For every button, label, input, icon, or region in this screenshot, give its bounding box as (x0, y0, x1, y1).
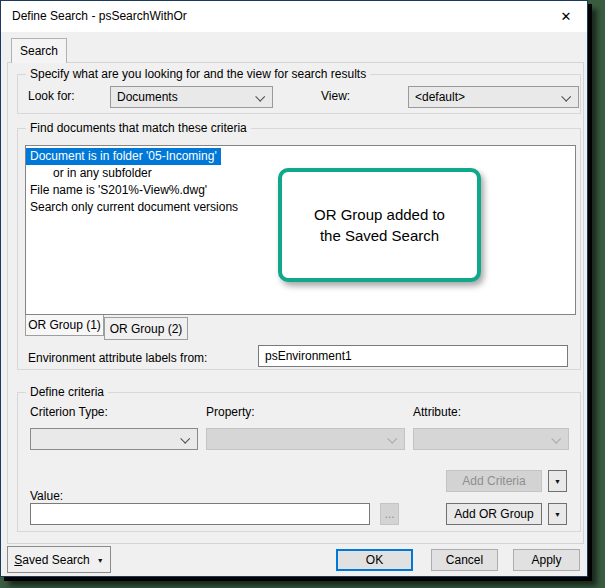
criteria-item-text: File name is 'S201%-View%.dwg' (30, 183, 207, 197)
ok-button[interactable]: OK (336, 549, 413, 571)
menu-arrow-icon: ▼ (97, 555, 104, 564)
add-criteria-dropdown-arrow-icon[interactable]: ▼ (548, 470, 567, 492)
criteria-item-text: or in any subfolder (53, 166, 152, 180)
property-label: Property: (206, 405, 255, 419)
view-label: View: (321, 89, 350, 103)
title-bar[interactable]: Define Search - psSearchWithOr ✕ (1, 1, 587, 32)
chevron-down-icon (255, 92, 265, 102)
look-for-value: Documents (117, 90, 178, 104)
tab-or-group-2-label: OR Group (2) (110, 322, 183, 336)
chevron-down-icon (387, 434, 397, 444)
view-combobox[interactable]: <default> (408, 86, 579, 108)
property-combobox (206, 428, 405, 450)
browse-ellipsis-icon: ... (384, 507, 394, 521)
look-for-combobox[interactable]: Documents (110, 86, 273, 108)
saved-search-button[interactable]: Saved Search ▼ (7, 546, 111, 573)
group-find-title: Find documents that match these criteria (26, 121, 251, 135)
saved-search-label: Saved Search (14, 553, 89, 567)
tab-search[interactable]: Search (11, 38, 67, 63)
look-for-label: Look for: (28, 89, 75, 103)
tab-search-label: Search (20, 44, 58, 58)
ok-label: OK (366, 553, 383, 567)
add-criteria-label: Add Criteria (462, 474, 525, 488)
attribute-combobox (413, 428, 569, 450)
add-criteria-button: Add Criteria (446, 470, 542, 492)
value-input[interactable] (30, 503, 370, 525)
browse-button: ... (380, 503, 399, 525)
criterion-type-combobox[interactable] (30, 428, 198, 450)
annotation-callout: OR Group added to the Saved Search (278, 168, 481, 282)
tab-or-group-1-label: OR Group (1) (28, 318, 101, 332)
cancel-button[interactable]: Cancel (431, 549, 498, 571)
cancel-label: Cancel (446, 553, 483, 567)
apply-button[interactable]: Apply (513, 549, 580, 571)
chevron-down-icon (561, 92, 571, 102)
chevron-down-icon (180, 434, 190, 444)
apply-label: Apply (531, 553, 561, 567)
criterion-type-label: Criterion Type: (30, 405, 108, 419)
tab-page: Specify what are you looking for and the… (7, 62, 584, 544)
group-specify: Specify what are you looking for and the… (17, 74, 581, 114)
add-or-group-dropdown-arrow-icon[interactable]: ▼ (548, 503, 567, 525)
group-define-title: Define criteria (26, 385, 108, 399)
tab-or-group-1[interactable]: OR Group (1) (25, 315, 104, 336)
callout-text-line2: the Saved Search (320, 225, 439, 246)
criteria-item-text: Search only current document versions (30, 200, 238, 214)
chevron-down-icon (551, 434, 561, 444)
environment-input[interactable] (258, 345, 568, 367)
screenshot-background: Define Search - psSearchWithOr ✕ Search … (0, 0, 605, 588)
window-title: Define Search - psSearchWithOr (12, 9, 187, 23)
attribute-label: Attribute: (413, 405, 461, 419)
criteria-item-text: Document is in folder '05-Incoming' (26, 148, 221, 165)
view-value: <default> (415, 90, 465, 104)
environment-label: Environment attribute labels from: (28, 351, 207, 365)
group-specify-title: Specify what are you looking for and the… (26, 67, 370, 81)
tab-or-group-2[interactable]: OR Group (2) (104, 317, 188, 340)
criteria-item-selected[interactable]: Document is in folder '05-Incoming' (26, 148, 575, 165)
add-or-group-label: Add OR Group (454, 507, 533, 521)
callout-text-line1: OR Group added to (314, 204, 445, 225)
add-or-group-button[interactable]: Add OR Group (446, 503, 542, 525)
value-label: Value: (30, 489, 63, 503)
group-define-criteria: Define criteria Criterion Type: Property… (17, 392, 581, 532)
close-icon[interactable]: ✕ (555, 6, 577, 27)
define-search-dialog: Define Search - psSearchWithOr ✕ Search … (0, 0, 588, 577)
